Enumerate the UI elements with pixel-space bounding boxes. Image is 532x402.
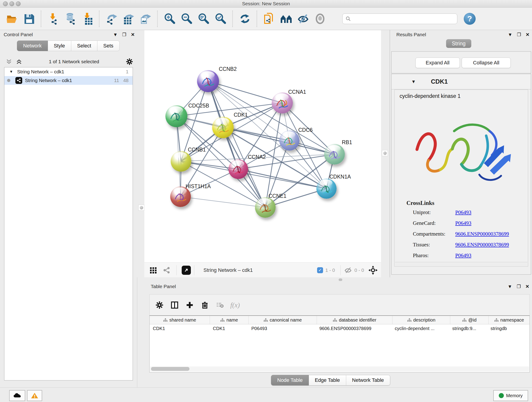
network-node-cdc6[interactable]: [279, 130, 299, 151]
export-image-button[interactable]: [137, 11, 154, 27]
search-input[interactable]: [353, 14, 457, 23]
eye-button[interactable]: [312, 11, 329, 27]
tab-string[interactable]: String: [446, 39, 471, 48]
tab-edge-table[interactable]: Edge Table: [309, 375, 346, 385]
gene-entry-header[interactable]: ▼ CDK1: [392, 74, 531, 89]
zoom-in-button[interactable]: [161, 11, 178, 27]
network-row[interactable]: String Network – cdk1 11 48: [4, 76, 133, 85]
selected-checkbox-icon[interactable]: ✓: [317, 267, 323, 273]
network-node-rb1[interactable]: [324, 144, 345, 165]
import-table-button[interactable]: [79, 11, 96, 27]
tab-select[interactable]: Select: [71, 41, 97, 51]
table-settings-button[interactable]: [153, 298, 166, 312]
network-node-ccnb1[interactable]: [171, 151, 191, 172]
expand-all-icon[interactable]: [16, 58, 22, 65]
network-edge[interactable]: [265, 103, 282, 207]
horizontal-splitter-handle[interactable]: [339, 279, 342, 281]
crosslink-link[interactable]: P06493: [455, 253, 471, 259]
tab-sets[interactable]: Sets: [97, 41, 120, 51]
panel-menu-icon[interactable]: ▼: [113, 32, 118, 37]
cloud-status-button[interactable]: [9, 390, 25, 401]
network-node-cdk1[interactable]: [212, 117, 234, 138]
network-node-cdc25b[interactable]: [165, 105, 187, 127]
zoom-selected-button[interactable]: [212, 11, 229, 27]
scrollbar-thumb[interactable]: [151, 367, 190, 371]
memory-button[interactable]: Memory: [493, 390, 528, 401]
left-splitter-handle[interactable]: [138, 205, 144, 211]
panel-menu-icon[interactable]: ▼: [508, 32, 513, 37]
network-collection-row[interactable]: ▼ String Network – cdk1 1: [4, 67, 133, 76]
crosslink-link[interactable]: P06493: [455, 210, 471, 216]
panel-menu-icon[interactable]: ▼: [508, 284, 512, 289]
tab-network-table[interactable]: Network Table: [346, 375, 390, 385]
crosshair-button[interactable]: [366, 264, 380, 277]
panel-float-icon[interactable]: ❐: [517, 284, 521, 289]
column-header-name[interactable]: name: [210, 316, 249, 324]
column-header-database-identifier[interactable]: database identifier: [317, 316, 393, 324]
column-header-id[interactable]: @id: [450, 316, 489, 324]
collapse-all-button[interactable]: Collapse All: [462, 57, 511, 68]
column-header-description[interactable]: description: [393, 316, 450, 324]
network-canvas[interactable]: CCNB2CCNA1CDC25BCDK1CDC6RB1CCNB1CCNA2CDK…: [144, 30, 381, 262]
open-in-browser-button[interactable]: [182, 266, 191, 275]
network-edge[interactable]: [208, 81, 265, 207]
delete-table-button[interactable]: [213, 298, 227, 312]
help-button[interactable]: ?: [464, 13, 476, 25]
horizontal-splitter[interactable]: [144, 277, 532, 282]
function-builder-button[interactable]: f(x): [228, 298, 242, 312]
network-edge[interactable]: [181, 197, 265, 207]
network-node-cdkn1a[interactable]: [317, 179, 336, 199]
column-header-canonical-name[interactable]: canonical name: [249, 316, 317, 324]
gear-icon[interactable]: [126, 58, 133, 65]
import-network-button[interactable]: [45, 11, 62, 27]
panel-float-icon[interactable]: ❐: [122, 32, 126, 37]
column-header-namespace[interactable]: namespace: [489, 316, 530, 324]
network-view-panel: CCNB2CCNA1CDC25BCDK1CDC6RB1CCNB1CCNA2CDK…: [144, 30, 381, 277]
right-splitter-handle[interactable]: [382, 150, 388, 156]
save-session-button[interactable]: [21, 11, 38, 27]
string-document-button[interactable]: [261, 11, 278, 27]
import-network-database-button[interactable]: [62, 11, 79, 27]
add-column-button[interactable]: [183, 298, 196, 312]
search-field[interactable]: [342, 13, 457, 24]
export-table-button[interactable]: [120, 11, 137, 27]
refresh-button[interactable]: [236, 11, 253, 27]
network-edge[interactable]: [208, 81, 282, 103]
show-hide-button[interactable]: [295, 11, 312, 27]
tab-node-table[interactable]: Node Table: [271, 375, 309, 385]
zoom-fit-button[interactable]: [195, 11, 212, 27]
collapse-triangle-icon[interactable]: ▼: [9, 70, 13, 74]
collapse-all-icon[interactable]: [6, 58, 12, 65]
collapse-triangle-icon[interactable]: ▼: [411, 79, 416, 84]
warning-status-button[interactable]: [27, 390, 42, 401]
tab-network[interactable]: Network: [17, 41, 48, 51]
panel-float-icon[interactable]: ❐: [517, 32, 521, 37]
crosslink-link[interactable]: 9606.ENSP00000378699: [455, 231, 509, 237]
left-splitter[interactable]: [137, 30, 144, 277]
show-columns-button[interactable]: [168, 298, 181, 312]
table-horizontal-scrollbar[interactable]: [150, 366, 529, 371]
table-row[interactable]: CDK1 CDK1 P06493 9606.ENSP00000378699 cy…: [150, 324, 530, 332]
panel-close-icon[interactable]: ✕: [131, 32, 135, 37]
panel-close-icon[interactable]: ✕: [525, 284, 529, 289]
network-edge[interactable]: [238, 169, 326, 189]
tab-style[interactable]: Style: [48, 41, 71, 51]
column-header-shared-name[interactable]: shared name: [150, 316, 210, 324]
open-session-button[interactable]: [4, 11, 21, 27]
export-network-button[interactable]: [103, 11, 120, 27]
crosslink-link[interactable]: 9606.ENSP00000378699: [455, 242, 509, 248]
birdseye-grid-button[interactable]: [147, 264, 160, 277]
delete-column-button[interactable]: [198, 298, 211, 312]
network-share-button[interactable]: [160, 264, 173, 277]
network-node-ccna2[interactable]: [228, 159, 248, 179]
crosslink-link[interactable]: P06493: [455, 220, 471, 226]
string-homes-button[interactable]: [278, 11, 295, 27]
results-scrollbar[interactable]: [395, 262, 527, 266]
network-node-ccne1[interactable]: [255, 197, 276, 218]
network-node-ccnb2[interactable]: [197, 70, 219, 92]
zoom-out-button[interactable]: [178, 11, 195, 27]
right-splitter[interactable]: [381, 30, 390, 277]
network-node-ccna1[interactable]: [272, 92, 293, 114]
expand-all-button[interactable]: Expand All: [415, 57, 460, 68]
panel-close-icon[interactable]: ✕: [526, 32, 530, 37]
